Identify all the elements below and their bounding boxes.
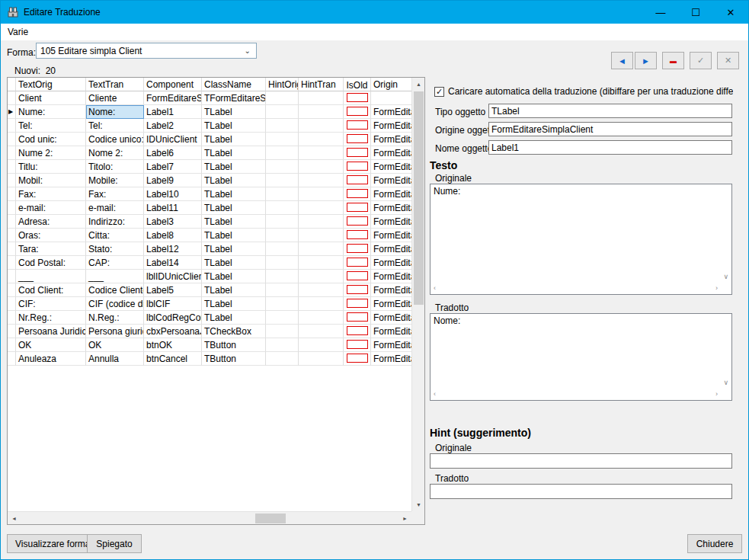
cell-texttran[interactable]: Titolo: <box>86 160 144 174</box>
cell-hintorig[interactable] <box>266 229 299 242</box>
cell-hinttran[interactable] <box>299 133 344 146</box>
table-row[interactable]: AnuleazaAnnullabtnCancelTButtonFormEdita <box>8 352 411 366</box>
cell-textorig[interactable]: Fax: <box>16 187 86 201</box>
cell-hintorig[interactable] <box>266 119 299 133</box>
vertical-scroll-thumb[interactable] <box>414 91 424 305</box>
cell-component[interactable]: Label14 <box>144 256 202 270</box>
table-row[interactable]: Fax:Fax:Label10TLabelFormEdita <box>8 187 411 201</box>
testo-tradotto-memo[interactable]: Nome: ∨ ‹ › <box>430 313 732 401</box>
cell-origin[interactable]: FormEdita <box>371 352 411 366</box>
column-header-hinttran[interactable]: HintTran <box>299 78 344 91</box>
scroll-down-icon[interactable]: ▼ <box>412 498 425 511</box>
cell-origin[interactable]: FormEdita <box>371 201 411 215</box>
cell-isold[interactable] <box>344 91 371 105</box>
cell-classname[interactable]: TLabel <box>202 256 266 270</box>
cell-component[interactable]: Label2 <box>144 119 202 133</box>
scroll-up-icon[interactable]: ▲ <box>412 78 425 91</box>
cell-hinttran[interactable] <box>299 105 344 119</box>
cell-hinttran[interactable] <box>299 146 344 160</box>
cell-isold[interactable] <box>344 297 371 311</box>
auto-translate-checkbox-row[interactable]: ✓ Caricare automatica della traduzione (… <box>434 86 733 97</box>
cell-textorig[interactable]: Oras: <box>16 229 86 242</box>
cell-hintorig[interactable] <box>266 215 299 229</box>
cell-textorig[interactable]: Nume 2: <box>16 146 86 160</box>
memo-scroll-left-icon[interactable]: ‹ <box>434 285 436 292</box>
cell-texttran[interactable]: Indirizzo: <box>86 215 144 229</box>
cell-origin[interactable]: FormEdita <box>371 119 411 133</box>
cell-component[interactable]: Label7 <box>144 160 202 174</box>
tipo-oggetto-input[interactable] <box>488 104 732 118</box>
cell-hinttran[interactable] <box>299 201 344 215</box>
memo-scroll-down-icon[interactable]: ∨ <box>723 274 728 280</box>
visualizzare-forma-button[interactable]: Visualizzare forma <box>7 534 98 553</box>
table-row[interactable]: Cod Postal:CAP:Label14TLabelFormEdita <box>8 256 411 270</box>
cell-hintorig[interactable] <box>266 146 299 160</box>
table-row[interactable]: Mobil:Mobile:Label9TLabelFormEdita <box>8 174 411 187</box>
table-row[interactable]: Tel:Tel:Label2TLabelFormEdita <box>8 119 411 133</box>
next-record-button[interactable]: ► <box>635 52 657 69</box>
cell-hinttran[interactable] <box>299 215 344 229</box>
cell-texttran[interactable]: N.Reg.: <box>86 311 144 325</box>
cell-isold[interactable] <box>344 242 371 256</box>
cell-textorig[interactable]: Anuleaza <box>16 352 86 366</box>
cell-component[interactable]: Label11 <box>144 201 202 215</box>
cell-textorig[interactable]: Mobil: <box>16 174 86 187</box>
cell-origin[interactable]: FormEdita <box>371 270 411 283</box>
cell-texttran[interactable]: CAP: <box>86 256 144 270</box>
cell-textorig[interactable]: Adresa: <box>16 215 86 229</box>
cell-origin[interactable]: FormEdita <box>371 187 411 201</box>
cell-origin[interactable]: FormEdita <box>371 242 411 256</box>
cell-hintorig[interactable] <box>266 283 299 297</box>
cell-isold[interactable] <box>344 201 371 215</box>
table-row[interactable]: Cod Client:Codice Cliente:Label5TLabelFo… <box>8 283 411 297</box>
memo-scroll-left-icon[interactable]: ‹ <box>434 391 436 398</box>
cell-texttran[interactable]: CIF (codice di i <box>86 297 144 311</box>
table-row[interactable]: Titlu:Titolo:Label7TLabelFormEdita <box>8 160 411 174</box>
cell-hintorig[interactable] <box>266 133 299 146</box>
cell-classname[interactable]: TLabel <box>202 187 266 201</box>
cell-classname[interactable]: TLabel <box>202 146 266 160</box>
cell-textorig[interactable]: Cod unic: <box>16 133 86 146</box>
cell-isold[interactable] <box>344 283 371 297</box>
cell-origin[interactable]: FormEdita <box>371 256 411 270</box>
table-row[interactable]: Persoana JuridicaPersona giuridiccbxPers… <box>8 325 411 338</box>
cell-texttran[interactable]: Citta: <box>86 229 144 242</box>
cell-hintorig[interactable] <box>266 91 299 105</box>
cell-hintorig[interactable] <box>266 105 299 119</box>
cell-texttran[interactable]: OK <box>86 338 144 352</box>
cell-hintorig[interactable] <box>266 352 299 366</box>
cell-isold[interactable] <box>344 174 371 187</box>
cell-hintorig[interactable] <box>266 201 299 215</box>
cell-classname[interactable]: TLabel <box>202 133 266 146</box>
cell-isold[interactable] <box>344 229 371 242</box>
cell-component[interactable]: Label12 <box>144 242 202 256</box>
cell-texttran[interactable]: Persona giuridic <box>86 325 144 338</box>
cell-component[interactable]: cbxPersoanaJur <box>144 325 202 338</box>
cell-classname[interactable]: TLabel <box>202 215 266 229</box>
cell-classname[interactable]: TLabel <box>202 160 266 174</box>
cancel-record-button[interactable]: ✕ <box>717 52 739 69</box>
cell-texttran[interactable]: Stato: <box>86 242 144 256</box>
scroll-left-icon[interactable]: ◄ <box>8 512 21 525</box>
cell-isold[interactable] <box>344 105 371 119</box>
column-header-hintorig[interactable]: HintOrig <box>266 78 299 91</box>
chiudere-button[interactable]: Chiudere <box>687 534 742 553</box>
cell-textorig[interactable]: Tara: <box>16 242 86 256</box>
delete-record-button[interactable]: ▬ <box>662 52 684 69</box>
cell-isold[interactable] <box>344 352 371 366</box>
cell-classname[interactable]: TLabel <box>202 297 266 311</box>
cell-hintorig[interactable] <box>266 256 299 270</box>
cell-component[interactable]: btnCancel <box>144 352 202 366</box>
grid-horizontal-scrollbar[interactable]: ◄ ► <box>8 511 411 524</box>
table-row[interactable]: Nr.Reg.:N.Reg.:lblCodRegComTLabelFormEdi… <box>8 311 411 325</box>
cell-hinttran[interactable] <box>299 270 344 283</box>
cell-component[interactable]: Label1 <box>144 105 202 119</box>
cell-hinttran[interactable] <box>299 187 344 201</box>
cell-classname[interactable]: TButton <box>202 352 266 366</box>
cell-hintorig[interactable] <box>266 325 299 338</box>
cell-origin[interactable]: FormEdita <box>371 215 411 229</box>
cell-texttran[interactable]: Cliente <box>86 91 144 105</box>
memo-scroll-down-icon[interactable]: ∨ <box>723 379 728 386</box>
cell-component[interactable]: Label9 <box>144 174 202 187</box>
cell-component[interactable]: lblCodRegCom <box>144 311 202 325</box>
